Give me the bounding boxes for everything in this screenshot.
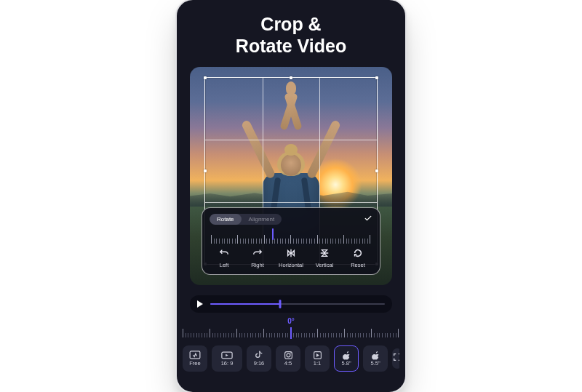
ratio-free-button[interactable]: Free: [183, 345, 207, 372]
action-label: Vertical: [316, 262, 334, 268]
angle-ruler[interactable]: 0°: [183, 319, 399, 340]
free-crop-icon: [189, 351, 201, 359]
crop-handle[interactable]: [375, 169, 378, 172]
hero-line1: Crop &: [177, 13, 405, 35]
svg-point-4: [287, 353, 290, 357]
action-label: Horizontal: [279, 262, 303, 268]
scrubber-track[interactable]: [210, 303, 385, 305]
rotate-panel: Rotate Alignment LeftRightHorizontalVert…: [202, 207, 380, 275]
ratio-1-1-icon: [311, 351, 323, 359]
dial-cursor[interactable]: [272, 228, 274, 240]
playback-bar: [190, 295, 392, 313]
grid-line: [205, 140, 377, 140]
fullscreen-button[interactable]: [392, 348, 399, 369]
instagram-icon: [282, 351, 294, 359]
ratio-label: 9:16: [254, 361, 265, 367]
svg-marker-2: [226, 353, 228, 356]
aspect-ratio-bar: Free16: 99:164:51:15.8"5.5": [183, 343, 399, 374]
ratio-16_9-button[interactable]: 16: 9: [212, 345, 242, 372]
angle-value: 0°: [287, 317, 295, 325]
play-button[interactable]: [197, 300, 203, 308]
ratio-1_1-button[interactable]: 1:1: [305, 345, 330, 372]
rotate-alignment-tabs[interactable]: Rotate Alignment: [210, 214, 282, 225]
ratio-label: 4:5: [284, 361, 292, 367]
scrubber-progress: [210, 303, 280, 305]
apple-icon: [340, 351, 352, 359]
ratio-5.5-button[interactable]: 5.5": [363, 345, 388, 372]
video-preview[interactable]: Rotate Alignment LeftRightHorizontalVert…: [190, 67, 392, 285]
tab-rotate[interactable]: Rotate: [210, 214, 242, 225]
rotate-right-icon: [252, 248, 263, 260]
crop-handle[interactable]: [375, 76, 378, 79]
horizontal-button[interactable]: Horizontal: [276, 248, 306, 268]
scrubber-knob[interactable]: [279, 300, 282, 308]
device-frame: Crop & Rotate Video: [175, 0, 407, 392]
hero-title: Crop & Rotate Video: [177, 13, 405, 57]
ratio-label: 5.8": [341, 361, 351, 367]
crop-handle[interactable]: [204, 76, 207, 79]
ruler-cursor[interactable]: [290, 327, 292, 339]
right-button[interactable]: Right: [243, 248, 272, 268]
reset-icon: [353, 248, 363, 260]
grid-line: [205, 202, 377, 203]
flip-horizontal-icon: [286, 248, 296, 260]
ratio-5.8-button[interactable]: 5.8": [334, 345, 359, 372]
rotate-left-icon: [219, 248, 229, 260]
ratio-label: Free: [189, 361, 200, 367]
flip-vertical-icon: [319, 248, 330, 260]
apple-icon: [370, 351, 381, 359]
vertical-button[interactable]: Vertical: [310, 248, 339, 268]
ratio-label: 1:1: [314, 361, 321, 367]
check-icon: [364, 214, 372, 223]
hero-line2: Rotate Video: [177, 35, 405, 57]
tiktok-icon: [253, 351, 265, 359]
ratio-4_5-button[interactable]: 4:5: [276, 345, 300, 372]
action-label: Reset: [351, 262, 365, 268]
left-button[interactable]: Left: [210, 248, 239, 268]
confirm-button[interactable]: [364, 214, 372, 225]
crop-handle[interactable]: [204, 169, 207, 172]
svg-point-5: [290, 352, 291, 353]
reset-button[interactable]: Reset: [343, 248, 372, 268]
ratio-16-9-icon: [221, 351, 233, 359]
crop-handle[interactable]: [290, 76, 292, 79]
svg-marker-7: [316, 353, 319, 357]
action-label: Left: [220, 262, 229, 268]
ratio-label: 16: 9: [221, 361, 234, 367]
ratio-label: 5.5": [370, 361, 380, 367]
ratio-tiktok-button[interactable]: 9:16: [247, 345, 271, 372]
tab-alignment[interactable]: Alignment: [242, 214, 282, 225]
fullscreen-icon: [392, 352, 399, 365]
rotate-dial[interactable]: [211, 229, 371, 244]
action-label: Right: [251, 262, 264, 268]
